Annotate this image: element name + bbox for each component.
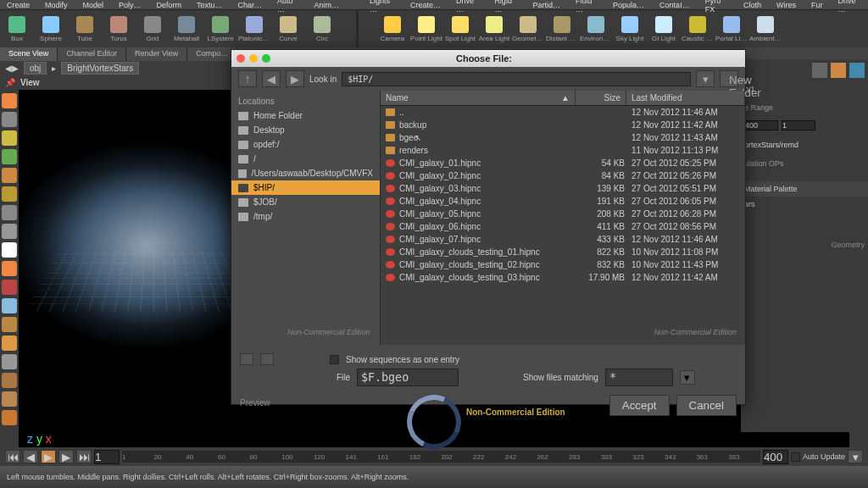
file-row[interactable]: CMI_galaxy_clouds_testing_03.hipnc17.90 … xyxy=(381,271,745,284)
col-name[interactable]: Name▲ xyxy=(381,91,576,105)
gear-icon[interactable] xyxy=(812,63,827,78)
cancel-button[interactable]: Cancel xyxy=(676,395,737,416)
shelf-tool[interactable]: Tube xyxy=(68,10,102,47)
help-icon[interactable] xyxy=(849,63,865,78)
menu-item[interactable]: Create… xyxy=(410,1,441,9)
menu-item[interactable]: Wires xyxy=(776,1,796,9)
pin-icon[interactable]: 📌 xyxy=(5,78,15,87)
breadcrumb-obj[interactable]: obj xyxy=(24,62,47,75)
list-view-icon[interactable] xyxy=(260,353,274,365)
file-row[interactable]: ..12 Nov 2012 11:46 AM xyxy=(381,106,745,119)
file-row[interactable]: CMI_galaxy_02.hipnc84 KB27 Oct 2012 05:2… xyxy=(381,169,745,182)
shelf-tool[interactable]: Box xyxy=(0,10,34,47)
file-row[interactable]: CMI_galaxy_01.hipnc54 KB27 Oct 2012 05:2… xyxy=(381,157,745,169)
first-frame-button[interactable]: ⏮ xyxy=(5,450,20,463)
minimize-icon[interactable] xyxy=(249,54,258,63)
menu-item[interactable]: Deform xyxy=(157,1,182,9)
location-item[interactable]: Desktop xyxy=(231,123,380,137)
breadcrumb-node[interactable]: BrightVortexStars xyxy=(61,62,139,75)
file-list-header[interactable]: Name▲ Size Last Modified xyxy=(381,91,745,106)
material-palette-tab[interactable]: Material Palette xyxy=(741,181,868,197)
file-row[interactable]: CMI_galaxy_clouds_testing_01.hipnc822 KB… xyxy=(381,246,745,258)
shelf-tool[interactable]: Sky Light xyxy=(613,10,647,47)
shelf-tool[interactable]: Point Light xyxy=(409,10,443,47)
file-filter-input[interactable] xyxy=(605,369,673,386)
shelf-tool[interactable]: GI Light xyxy=(647,10,681,47)
col-modified[interactable]: Last Modified xyxy=(626,91,745,105)
dropdown-icon[interactable]: ▾ xyxy=(696,70,715,87)
file-name-input[interactable] xyxy=(357,369,459,386)
location-item[interactable]: /tmp/ xyxy=(231,209,380,224)
file-row[interactable]: CMI_galaxy_05.hipnc208 KB27 Oct 2012 06:… xyxy=(381,208,745,220)
file-row[interactable]: backup12 Nov 2012 11:42 AM xyxy=(381,119,745,131)
file-row[interactable]: CMI_galaxy_07.hipnc433 KB12 Nov 2012 11:… xyxy=(381,233,745,246)
shelf-tool[interactable]: Distant Li… xyxy=(545,10,579,47)
nav-icon[interactable]: ◀▶ xyxy=(5,64,19,73)
play-button[interactable]: ▶ xyxy=(41,450,56,463)
location-item[interactable]: $HIP/ xyxy=(231,180,380,195)
location-item[interactable]: $JOB/ xyxy=(231,195,380,209)
shelf-tool[interactable]: Metaball xyxy=(170,10,203,47)
workspace-tab[interactable]: Render View xyxy=(126,47,187,61)
last-frame-button[interactable]: ⏭ xyxy=(76,450,92,463)
location-item[interactable]: / xyxy=(231,152,380,166)
shelf-tool[interactable]: Environm… xyxy=(579,10,613,47)
shelf-tool[interactable]: Spot Light xyxy=(443,10,477,47)
file-row[interactable]: bgeo↖12 Nov 2012 11:43 AM xyxy=(381,131,745,144)
show-sequences-checkbox[interactable] xyxy=(330,355,339,364)
file-row[interactable]: CMI_galaxy_04.hipnc191 KB27 Oct 2012 06:… xyxy=(381,195,745,208)
new-folder-button[interactable]: New Folder xyxy=(720,70,738,87)
viewport-tool-icon[interactable] xyxy=(2,93,17,108)
shelf-tool[interactable]: Curve xyxy=(271,10,305,47)
update-menu-icon[interactable]: ▾ xyxy=(848,450,863,463)
realtime-checkbox[interactable] xyxy=(791,452,800,462)
menu-item[interactable]: Poly… xyxy=(119,1,142,9)
close-icon[interactable] xyxy=(236,54,245,63)
menu-item[interactable]: Fur xyxy=(811,1,823,9)
location-item[interactable]: Home Folder xyxy=(231,108,380,123)
shelf-tool[interactable]: Caustic Li… xyxy=(681,10,715,47)
range-start-input[interactable] xyxy=(782,120,815,130)
current-frame-input[interactable] xyxy=(94,450,120,464)
shelf-tool[interactable]: Torus xyxy=(102,10,136,47)
shelf-tool[interactable]: Geometr… xyxy=(511,10,545,47)
accept-button[interactable]: Accept xyxy=(609,395,670,416)
workspace-tab[interactable]: Scene View xyxy=(0,47,58,61)
end-frame-input[interactable] xyxy=(763,450,788,464)
menu-item[interactable]: Popula… xyxy=(613,1,644,9)
shelf-tool[interactable]: Ambient L… xyxy=(748,10,782,47)
workspace-tab[interactable]: Channel Editor xyxy=(58,47,126,61)
houdini-icon[interactable] xyxy=(831,63,846,78)
location-item[interactable]: /Users/aswaab/Desktop/CMVFX xyxy=(231,166,380,180)
shelf-tool[interactable]: Camera xyxy=(376,10,409,47)
file-row[interactable]: CMI_galaxy_03.hipnc139 KB27 Oct 2012 05:… xyxy=(381,182,745,195)
menu-item[interactable]: Partid… xyxy=(532,1,560,9)
shelf-tool[interactable]: Grid xyxy=(136,10,170,47)
menu-item[interactable]: Model xyxy=(83,1,104,9)
range-end-input[interactable] xyxy=(744,120,778,130)
grid-view-icon[interactable] xyxy=(240,353,253,365)
menu-item[interactable]: Anim… xyxy=(314,1,339,9)
menu-item[interactable]: Cloth xyxy=(743,1,761,9)
shelf-tool[interactable]: Sphere xyxy=(34,10,68,47)
location-item[interactable]: opdef:/ xyxy=(231,137,380,152)
shelf-tool[interactable]: Platonic … xyxy=(237,10,271,47)
menu-item[interactable]: Char… xyxy=(238,1,263,9)
viewport-tool-icon[interactable] xyxy=(2,410,17,425)
zoom-icon[interactable] xyxy=(262,54,270,63)
file-row[interactable]: CMI_galaxy_06.hipnc411 KB27 Oct 2012 08:… xyxy=(381,220,745,233)
nav-fwd-button[interactable]: ▶ xyxy=(286,70,304,87)
shelf-tool[interactable]: Portal Light xyxy=(715,10,748,47)
menu-item[interactable]: Modify xyxy=(45,1,68,9)
menu-item[interactable]: Drive … xyxy=(838,0,861,14)
shelf-tool[interactable]: LSystem xyxy=(203,10,237,47)
preview-label[interactable]: Preview xyxy=(240,398,270,408)
prev-frame-button[interactable]: ◀ xyxy=(23,450,38,463)
menu-item[interactable]: Create xyxy=(7,1,30,9)
dialog-titlebar[interactable]: Choose File: xyxy=(231,50,745,67)
traffic-lights[interactable] xyxy=(236,54,270,63)
col-size[interactable]: Size xyxy=(576,91,626,105)
shelf-tool[interactable]: Area Light xyxy=(477,10,511,47)
filter-dropdown-icon[interactable]: ▾ xyxy=(680,370,695,385)
nav-back-button[interactable]: ◀ xyxy=(262,70,281,87)
